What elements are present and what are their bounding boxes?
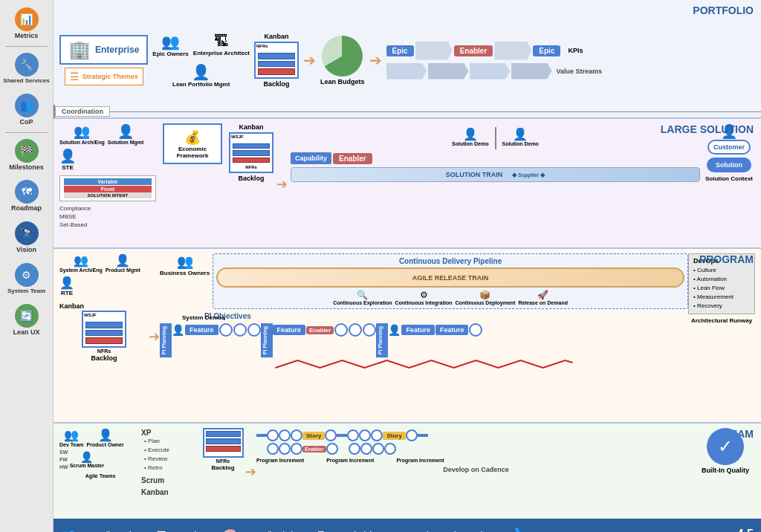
epic-owners-role: 👥 Epic Owners [152, 33, 188, 57]
solution-methods: Compliance MBSE Set-Based [59, 204, 156, 230]
program-roles-top: 👥 System Arch/Eng 👤 Product Mgmt [59, 253, 149, 273]
team-iter-7 [371, 429, 383, 441]
devops-items: • Culture • Automation • Lean Flow • Mea… [693, 266, 750, 311]
sw-fw-hw: SWFWHW [59, 449, 68, 470]
team-pi-planning-3 [418, 434, 428, 437]
lean-budgets: Lean Budgets [320, 36, 365, 85]
team-iter-13 [349, 443, 360, 455]
economic-framework-box: 💰 Economic Framework [163, 123, 222, 164]
vision-icon: 🔭 [15, 221, 39, 245]
sidebar-item-roadmap[interactable]: 🗺 Roadmap [0, 175, 53, 217]
sidebar-item-metrics[interactable]: 📊 Metrics [0, 3, 53, 45]
iteration-groups: 👤 Feature [172, 323, 261, 337]
iter-circle-6 [363, 323, 376, 337]
sidebar-item-shared-services[interactable]: 🔧 Shared Services [0, 48, 53, 89]
team-iter-16 [384, 443, 396, 455]
portfolio-kanban: Kanban NFRs Backlog [254, 33, 299, 88]
iter-circle-1 [219, 323, 233, 337]
pi-planning-1: PI Planning [160, 323, 172, 357]
iteration-group-2: Feature Enabler [273, 323, 377, 337]
solution-demo-2: 👤 Solution Demo [502, 127, 539, 146]
kanban-board-large-solution: WSJF NFRs [229, 132, 273, 173]
cdp-phases: 🔍 Continuous Exploration ⚙ Continuous In… [216, 290, 684, 305]
solution-train-bar: SOLUTION TRAIN ◆ Supplier ◆ [291, 167, 700, 182]
team-roles-top: 👥 Dev Team 👤 Product Owner [59, 428, 141, 447]
value-streams: Epic Enabler Epic KPIs Value Streams [386, 42, 755, 80]
solution-demo-1: 👤 Solution Demo [452, 127, 488, 146]
team-iter-8 [406, 429, 418, 441]
portfolio-roles-top: 👥 Epic Owners 🏗 Enterprise Architect [152, 33, 250, 57]
rte-role: 👤 RTE [59, 276, 74, 296]
lean-agile-mindset-icon: 🧠 [223, 528, 238, 533]
coordination-bar: Coordination [54, 105, 761, 118]
ste-role: 👤 STE [59, 148, 76, 171]
product-mgmt: 👤 Product Mgmt [106, 253, 140, 273]
economic-framework: 💰 Economic Framework [159, 123, 226, 244]
main-container: 📊 Metrics 🔧 Shared Services 👥 CoP 🏁 Mile… [0, 0, 761, 532]
iter-circle-4 [334, 323, 348, 337]
program-right: DevOps • Culture • Automation • Lean Flo… [688, 253, 755, 419]
sidebar-item-system-team[interactable]: ⚙ System Team [0, 259, 53, 299]
iteration-group-3: 👤 Feature Feature [388, 323, 482, 337]
spc-icon: 🏅 [511, 528, 526, 533]
team-roles-bottom: SWFWHW 👤 Scrum Master [59, 449, 141, 470]
footer: 👥 Lean-Agile Leaders ◻ Core Values 🧠 Lea… [54, 519, 761, 532]
enterprise-architect-role: 🏗 Enterprise Architect [193, 33, 250, 57]
lean-agile-leaders-icon: 👥 [61, 528, 76, 533]
team-pi-row-2: Enabler [256, 443, 696, 455]
pi-objectives-label: PI Objectives [204, 312, 688, 320]
system-team-icon: ⚙ [15, 263, 39, 287]
customer-solution: 👤 Customer Solution Solution Context [703, 123, 755, 244]
team-iterations: Story Story [256, 428, 696, 516]
program-top: 👥 Business Owners Continuous Delivery Pi… [160, 253, 688, 309]
lean-budget-chart [322, 36, 363, 77]
sidebar-item-milestones[interactable]: 🏁 Milestones [0, 134, 53, 176]
team-pi-row-1: Story Story [256, 429, 696, 441]
content-area: PORTFOLIO 🏢 Enterprise ☰ Strategic Theme… [54, 0, 761, 532]
kanban-board-program: WSJF [82, 311, 126, 348]
team-iter-12 [326, 443, 338, 455]
program-main-area: 👥 Business Owners Continuous Delivery Pi… [160, 253, 688, 419]
program-increment-labels: Program Increment Program Increment Prog… [256, 458, 696, 463]
sidebar-item-cop[interactable]: 👥 CoP [0, 89, 53, 131]
business-owners: 👥 Business Owners [160, 253, 210, 309]
capability-enabler-row: Capability Enabler [291, 152, 700, 164]
program-roles: 👥 System Arch/Eng 👤 Product Mgmt 👤 RTE [59, 253, 149, 419]
dev-team: 👥 Dev Team [59, 428, 84, 447]
kanban-board-portfolio: NFRs [254, 42, 299, 79]
enterprise-box: 🏢 Enterprise [59, 35, 148, 65]
large-solution-kanban: Kanban WSJF NFRs Backlog [229, 123, 273, 244]
pi-planning-3: PI Planning [376, 323, 388, 357]
solution-mgmt: 👤 Solution Mgmt [108, 123, 144, 145]
team-section: TEAM 👥 Dev Team 👤 Product Owner [54, 424, 761, 519]
wave-indicator [160, 357, 688, 372]
team-pi-planning-1 [256, 434, 267, 437]
program-section: PROGRAM 👥 System Arch/Eng 👤 Product Mgmt [54, 249, 761, 424]
team-roles: 👥 Dev Team 👤 Product Owner SWFWHW [59, 428, 141, 516]
cdp-container: Continuous Delivery Pipeline AGILE RELEA… [213, 253, 688, 309]
scrum-method: Scrum [141, 476, 201, 484]
footer-spc: 🏅 SPC [511, 528, 544, 533]
arch-eng-mgmt: 👥 Solution Arch/Eng 👤 Solution Mgmt [59, 123, 156, 145]
footer-lean-agile-mindset: 🧠 Lean-Agile Mindset [223, 528, 303, 533]
team-kanban [203, 428, 244, 458]
safe-principles-icon: ≡ [317, 528, 324, 532]
core-values-icon: ◻ [156, 528, 166, 533]
metrics-icon: 📊 [15, 7, 39, 31]
iter-circle-3 [247, 323, 261, 337]
footer-right: Leffingwell, et al. © 2008–2017 Scaled A… [558, 528, 754, 532]
scrum-master: 👤 Scrum Master [70, 451, 104, 468]
cdp-phase-exploration: 🔍 Continuous Exploration [333, 290, 392, 305]
strategic-themes: ☰ Strategic Themes [65, 68, 143, 85]
sidebar-item-lean-ux[interactable]: 🔄 Lean UX [0, 299, 53, 341]
large-solution-roles: 👥 Solution Arch/Eng 👤 Solution Mgmt 👤 ST… [59, 123, 156, 244]
sidebar-item-vision[interactable]: 🔭 Vision [0, 217, 53, 259]
team-iter-14 [360, 443, 372, 455]
portfolio-label: PORTFOLIO [693, 4, 754, 16]
team-iter-10 [279, 443, 291, 455]
cdp-phase-deployment: 📦 Continuous Deployment [456, 290, 516, 305]
team-iter-9 [267, 443, 279, 455]
iter-circle-2 [233, 323, 247, 337]
sidebar-divider-2 [5, 132, 48, 133]
program-label: PROGRAM [699, 253, 754, 265]
